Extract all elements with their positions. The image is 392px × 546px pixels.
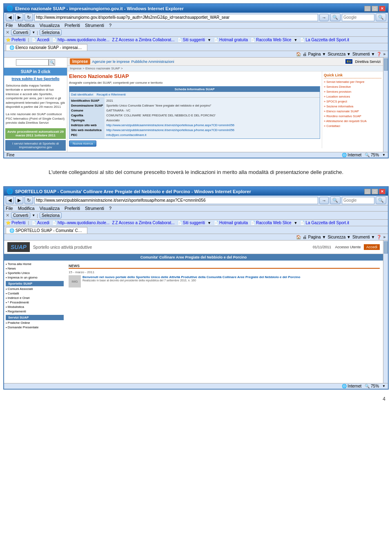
- ql-item-2[interactable]: Services provision: [324, 90, 381, 94]
- menu-indirizzi[interactable]: Indirizzi e Orari: [6, 296, 64, 300]
- refresh-button-2[interactable]: ↻: [24, 196, 33, 204]
- home-icon[interactable]: 🏠: [296, 52, 301, 56]
- bookmark-siti-2[interactable]: 📄 Siti suggeriti: [177, 221, 205, 225]
- bookmark-gazzetta[interactable]: 📄 La Gazzetta dell Sport.it: [300, 38, 349, 42]
- scrollbar-1[interactable]: [383, 58, 388, 152]
- menu-modifica-2[interactable]: Modifica: [18, 206, 35, 211]
- back-button[interactable]: ◀: [6, 13, 14, 21]
- go-button[interactable]: →: [319, 14, 329, 21]
- scroll-thumb-1[interactable]: [384, 58, 388, 71]
- menu-preferiti-2[interactable]: Preferiti: [65, 206, 80, 211]
- forward-button[interactable]: ▶: [15, 13, 23, 21]
- zoom-level-1[interactable]: 🔍 75%: [365, 153, 379, 157]
- suap-green-box[interactable]: Avvio procedimenti automatizzati 29 marz…: [5, 128, 66, 139]
- ql-item-9[interactable]: Contattaci: [324, 124, 381, 128]
- restore-button[interactable]: □: [372, 6, 378, 11]
- bookmark-zimbra-2[interactable]: Z Z Accesso a Zimbra Collaborat...: [112, 221, 174, 225]
- suap-search-input[interactable]: [16, 59, 49, 66]
- ql-item-1[interactable]: Services Directive: [324, 85, 381, 89]
- title-bar-buttons-2[interactable]: _ □ ✕: [364, 189, 385, 194]
- bookmark-accedi[interactable]: 📄 Accedi: [31, 38, 49, 42]
- search-bar-1[interactable]: [342, 14, 374, 21]
- help-icon[interactable]: ❓: [376, 52, 381, 56]
- menu-help[interactable]: ?: [109, 23, 111, 28]
- menu-strumenti[interactable]: Strumenti: [85, 23, 104, 28]
- pa-link[interactable]: Pubbliche Amministrazioni: [131, 60, 174, 64]
- security-menu-2[interactable]: Sicurezza ▼: [327, 235, 351, 239]
- menu-preferiti[interactable]: Preferiti: [65, 23, 80, 28]
- refresh-button[interactable]: ↻: [24, 13, 33, 21]
- zoom-arrow-2[interactable]: ▼: [382, 384, 385, 388]
- menu-impresa[interactable]: Impresa in un giorno: [6, 276, 64, 279]
- ql-item-5[interactable]: Sezione informativa: [324, 105, 381, 108]
- menu-comuni[interactable]: Comuni Associati: [6, 287, 64, 291]
- active-tab-1[interactable]: 🌐 Elenco nazionale SUAP - impresainungio…: [6, 44, 87, 51]
- converti-button[interactable]: Converti: [11, 29, 30, 36]
- menu-modifica[interactable]: Modifica: [18, 23, 35, 28]
- ql-item-4[interactable]: SPOCS project: [324, 100, 381, 103]
- back-button-2[interactable]: ◀: [6, 196, 14, 204]
- page-menu[interactable]: Pagina ▼: [308, 52, 326, 56]
- extend-icon-2[interactable]: »: [383, 235, 385, 239]
- minimize-button-2[interactable]: _: [364, 189, 371, 194]
- menu-home[interactable]: Torna alla Home: [6, 262, 64, 266]
- seleziona-button[interactable]: Seleziona: [40, 29, 62, 36]
- dati-tab[interactable]: Dati identificativi: [71, 93, 93, 96]
- search-submit-2[interactable]: 🔍: [376, 196, 386, 204]
- bookmark-raccolta[interactable]: 📄 Raccolta Web Slice: [250, 38, 292, 42]
- print-icon-2[interactable]: 🖨: [303, 235, 307, 239]
- recapiti-tab[interactable]: Recapiti e Riferimenti: [97, 93, 126, 96]
- menu-file-2[interactable]: File: [6, 206, 13, 211]
- imprese-logo[interactable]: Imprese: [70, 58, 90, 65]
- extend-icon[interactable]: »: [383, 52, 385, 56]
- ql-item-6[interactable]: Elenco nazionale SUAP: [324, 109, 381, 113]
- bookmark-gazzetta-2[interactable]: 📄 La Gazzetta dell Sport.it: [300, 221, 349, 225]
- ql-item-8[interactable]: Attestazione dei requisiti SUA: [324, 119, 381, 123]
- menu-procedimenti[interactable]: * Procedimenti: [6, 301, 64, 304]
- zoom-arrow-1[interactable]: ▼: [382, 153, 385, 157]
- forward-button-2[interactable]: ▶: [15, 196, 23, 204]
- address-bar-1[interactable]: [34, 14, 318, 21]
- menu-visualizza[interactable]: Visualizza: [40, 23, 60, 28]
- ql-item-7[interactable]: Riordino normativo SUAP: [324, 114, 381, 118]
- menu-domande[interactable]: Domande Presentate: [6, 325, 64, 329]
- suap-subtitle[interactable]: trova subito il tuo Sportello: [4, 76, 67, 82]
- agenzie-link[interactable]: Agenzie per le imprese: [92, 60, 129, 64]
- ql-item-0[interactable]: Servizi telematici per l'impre: [324, 80, 381, 84]
- accedi-button[interactable]: Accedi: [364, 244, 380, 250]
- bookmark-hotmail-2[interactable]: 📄 Hotmail gratuita: [214, 221, 248, 225]
- bookmark-preferiti[interactable]: ⭐ Preferiti: [6, 38, 25, 42]
- zoom-level-2[interactable]: 🔍 75%: [365, 384, 379, 388]
- minimize-button[interactable]: _: [364, 6, 371, 11]
- security-menu[interactable]: Sicurezza ▼: [327, 52, 351, 56]
- search-bar-2[interactable]: [342, 197, 374, 204]
- close-x-2[interactable]: ✕: [6, 213, 9, 218]
- tools-menu-2[interactable]: Strumenti ▼: [352, 235, 375, 239]
- search-icon-nav-2[interactable]: 🔍: [330, 196, 341, 204]
- bookmark-accedi-2[interactable]: 📄 Accedi: [31, 221, 49, 225]
- nova-ricerca-button[interactable]: Nuova ricerca: [69, 140, 96, 147]
- restore-button-2[interactable]: □: [372, 189, 378, 194]
- suap-search-button[interactable]: 🔍: [49, 59, 55, 66]
- title-bar-buttons[interactable]: _ □ ✕: [364, 6, 385, 11]
- menu-sportello-unico[interactable]: Sportello Unico: [6, 271, 64, 275]
- converti-button-2[interactable]: Converti: [11, 212, 30, 218]
- menu-visualizza-2[interactable]: Visualizza: [40, 206, 60, 211]
- bookmark-zimbra[interactable]: Z Z Accesso a Zimbra Collaborat...: [112, 38, 174, 42]
- menu-regolamenti[interactable]: Regolamenti: [6, 310, 64, 313]
- close-button[interactable]: ✕: [379, 6, 385, 11]
- bookmark-quotidiano-2[interactable]: 📄 http--www.quotidiano.ilsole...: [52, 221, 109, 225]
- go-button-2[interactable]: →: [319, 197, 329, 204]
- address-bar-2[interactable]: [34, 197, 318, 204]
- bookmark-preferiti-2[interactable]: ⭐ Preferiti: [6, 221, 25, 225]
- close-button-2[interactable]: ✕: [379, 189, 385, 194]
- bookmark-raccolta-2[interactable]: 📄 Raccolta Web Slice: [250, 221, 292, 225]
- suap-blue-box[interactable]: I servizi telematici di Sportello di imp…: [5, 140, 66, 151]
- menu-contatti[interactable]: Contatti: [6, 292, 64, 295]
- menu-strumenti-2[interactable]: Strumenti: [85, 206, 104, 211]
- bookmark-quotidiano[interactable]: 📄 http--www.quotidiano.ilsole...: [52, 38, 109, 42]
- menu-file[interactable]: File: [6, 23, 13, 28]
- bookmark-siti[interactable]: 📄 Siti suggeriti: [177, 38, 205, 42]
- search-submit[interactable]: 🔍: [376, 13, 386, 21]
- scrollbar-2[interactable]: [383, 241, 388, 383]
